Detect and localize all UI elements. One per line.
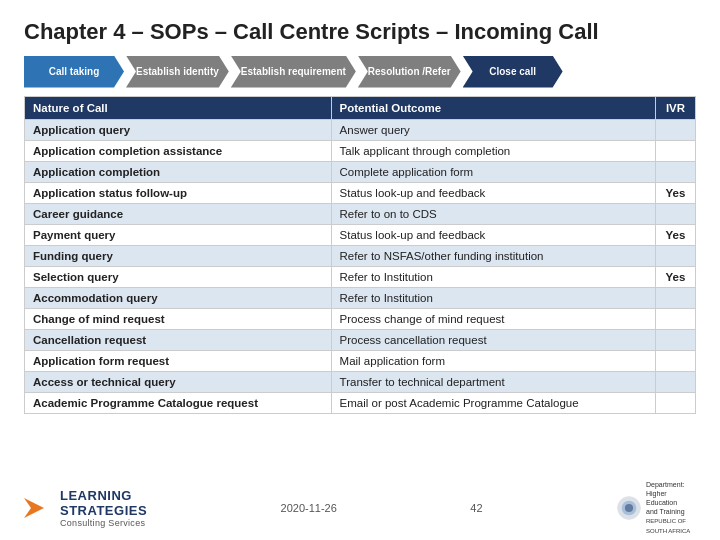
ivr-cell	[656, 287, 696, 308]
main-table-wrap: Nature of Call Potential Outcome IVR App…	[24, 96, 696, 481]
footer-page: 42	[470, 502, 482, 514]
col-potential-outcome: Potential Outcome	[331, 96, 655, 119]
nature-cell: Application status follow-up	[25, 182, 332, 203]
footer-logo: LEARNING STRATEGIES Consulting Services	[24, 488, 147, 528]
svg-marker-0	[24, 498, 44, 518]
page: Chapter 4 – SOPs – Call Centre Scripts –…	[0, 0, 720, 540]
nature-cell: Access or technical query	[25, 371, 332, 392]
nature-cell: Payment query	[25, 224, 332, 245]
nature-cell: Academic Programme Catalogue request	[25, 392, 332, 413]
nature-cell: Accommodation query	[25, 287, 332, 308]
nature-cell: Career guidance	[25, 203, 332, 224]
ivr-cell	[656, 371, 696, 392]
step-establish-identity: Establish identity	[126, 56, 229, 88]
nature-cell: Application form request	[25, 350, 332, 371]
outcome-cell: Refer to Institution	[331, 287, 655, 308]
table-row: Payment queryStatus look-up and feedback…	[25, 224, 696, 245]
table-row: Application form requestMail application…	[25, 350, 696, 371]
outcome-cell: Refer to on to CDS	[331, 203, 655, 224]
dept-text: Department:Higher Educationand TrainingR…	[646, 480, 696, 536]
outcome-cell: Status look-up and feedback	[331, 224, 655, 245]
table-row: Application completionComplete applicati…	[25, 161, 696, 182]
dept-emblem-icon	[616, 492, 642, 524]
svg-point-3	[625, 504, 633, 512]
step-resolution-refer: Resolution /Refer	[358, 56, 461, 88]
sop-table: Nature of Call Potential Outcome IVR App…	[24, 96, 696, 414]
ivr-cell	[656, 392, 696, 413]
outcome-cell: Mail application form	[331, 350, 655, 371]
outcome-cell: Process change of mind request	[331, 308, 655, 329]
ivr-cell	[656, 203, 696, 224]
process-bar: Call taking Establish identity Establish…	[24, 56, 696, 88]
outcome-cell: Talk applicant through completion	[331, 140, 655, 161]
outcome-cell: Status look-up and feedback	[331, 182, 655, 203]
learning-strategies-icon	[24, 493, 54, 523]
nature-cell: Funding query	[25, 245, 332, 266]
ivr-cell: Yes	[656, 224, 696, 245]
logo-strategies: STRATEGIES	[60, 503, 147, 518]
col-ivr: IVR	[656, 96, 696, 119]
nature-cell: Application completion	[25, 161, 332, 182]
nature-cell: Application completion assistance	[25, 140, 332, 161]
outcome-cell: Answer query	[331, 119, 655, 140]
outcome-cell: Transfer to technical department	[331, 371, 655, 392]
page-title: Chapter 4 – SOPs – Call Centre Scripts –…	[24, 18, 696, 46]
table-row: Career guidanceRefer to on to CDS	[25, 203, 696, 224]
table-row: Application queryAnswer query	[25, 119, 696, 140]
ivr-cell	[656, 119, 696, 140]
ivr-cell	[656, 161, 696, 182]
table-row: Selection queryRefer to InstitutionYes	[25, 266, 696, 287]
step-call-taking: Call taking	[24, 56, 124, 88]
nature-cell: Selection query	[25, 266, 332, 287]
step-close-call: Close call	[463, 56, 563, 88]
ivr-cell	[656, 245, 696, 266]
outcome-cell: Refer to Institution	[331, 266, 655, 287]
table-row: Accommodation queryRefer to Institution	[25, 287, 696, 308]
col-nature-of-call: Nature of Call	[25, 96, 332, 119]
table-row: Application status follow-upStatus look-…	[25, 182, 696, 203]
table-row: Academic Programme Catalogue requestEmai…	[25, 392, 696, 413]
logo-learning: LEARNING	[60, 488, 147, 503]
nature-cell: Change of mind request	[25, 308, 332, 329]
outcome-cell: Complete application form	[331, 161, 655, 182]
ivr-cell: Yes	[656, 266, 696, 287]
logo-consulting: Consulting Services	[60, 518, 147, 528]
ivr-cell	[656, 308, 696, 329]
logo-text-block: LEARNING STRATEGIES Consulting Services	[60, 488, 147, 528]
table-row: Change of mind requestProcess change of …	[25, 308, 696, 329]
step-establish-requirement: Establish requirement	[231, 56, 356, 88]
table-row: Access or technical queryTransfer to tec…	[25, 371, 696, 392]
footer-date: 2020-11-26	[281, 502, 337, 514]
dept-logo-box: Department:Higher Educationand TrainingR…	[616, 489, 696, 527]
nature-cell: Cancellation request	[25, 329, 332, 350]
outcome-cell: Refer to NSFAS/other funding institution	[331, 245, 655, 266]
outcome-cell: Process cancellation request	[331, 329, 655, 350]
footer: LEARNING STRATEGIES Consulting Services …	[24, 486, 696, 530]
ivr-cell	[656, 350, 696, 371]
outcome-cell: Email or post Academic Programme Catalog…	[331, 392, 655, 413]
nature-cell: Application query	[25, 119, 332, 140]
ivr-cell	[656, 140, 696, 161]
ivr-cell: Yes	[656, 182, 696, 203]
table-row: Funding queryRefer to NSFAS/other fundin…	[25, 245, 696, 266]
table-row: Application completion assistanceTalk ap…	[25, 140, 696, 161]
ivr-cell	[656, 329, 696, 350]
table-row: Cancellation requestProcess cancellation…	[25, 329, 696, 350]
